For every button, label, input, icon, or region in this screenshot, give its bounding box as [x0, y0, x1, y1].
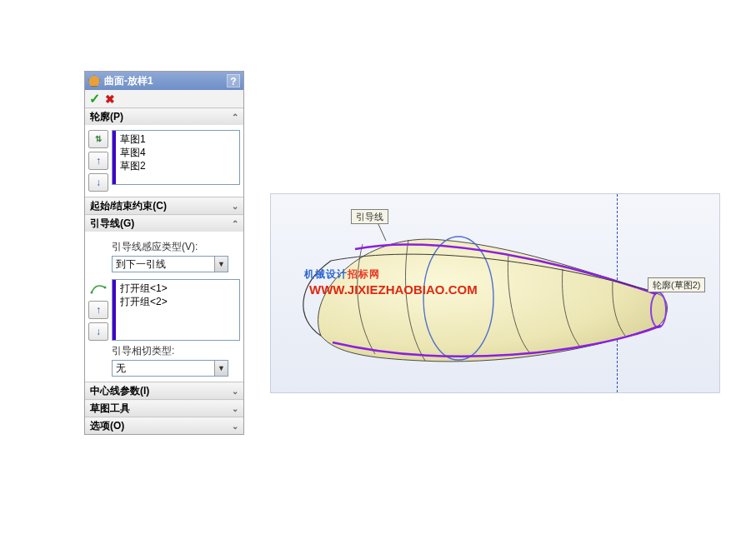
section-profiles: 轮廓(P) ⌃ ⇅ ↑ ↓ 草图1 草图4 草图2 — [85, 108, 243, 197]
chevron-down-icon: ⌄ — [232, 202, 238, 211]
section-title: 草图工具 — [90, 402, 130, 416]
section-title: 轮廓(P) — [90, 110, 123, 124]
sensing-type-label: 引导线感应类型(V): — [112, 240, 240, 254]
chevron-down-icon: ⌄ — [232, 422, 238, 431]
confirm-row: ✓ ✖ — [85, 90, 243, 108]
section-centerline: 中心线参数(I) ⌄ — [85, 382, 243, 400]
feature-icon — [88, 75, 100, 87]
callout-profile: 轮廓(草图2) — [648, 277, 705, 292]
svg-point-0 — [91, 292, 93, 294]
select-value: 无 — [116, 362, 126, 376]
section-guides: 引导线(G) ⌃ 引导线感应类型(V): 到下一引线 ▼ ↑ ↓ 打开组<1 — [85, 215, 243, 382]
chevron-up-icon: ⌃ — [232, 112, 238, 122]
tangent-type-select[interactable]: 无 ▼ — [112, 360, 228, 377]
sort-button[interactable]: ⇅ — [88, 130, 108, 148]
list-item[interactable]: 打开组<1> — [117, 282, 239, 295]
move-down-button[interactable]: ↓ — [88, 173, 108, 192]
cancel-button[interactable]: ✖ — [105, 92, 115, 106]
section-header-sketchtools[interactable]: 草图工具 ⌄ — [85, 400, 243, 417]
list-item[interactable]: 草图4 — [117, 146, 239, 159]
move-up-button[interactable]: ↑ — [88, 301, 108, 319]
section-header-guides[interactable]: 引导线(G) ⌃ — [85, 215, 243, 232]
ok-button[interactable]: ✓ — [89, 91, 100, 107]
section-title: 引导线(G) — [90, 217, 134, 231]
dropdown-icon: ▼ — [214, 361, 228, 376]
move-up-button[interactable]: ↑ — [88, 152, 108, 170]
select-value: 到下一引线 — [116, 257, 166, 272]
list-item[interactable]: 草图1 — [117, 132, 239, 146]
chevron-down-icon: ⌄ — [232, 404, 238, 413]
svg-line-4 — [378, 222, 386, 241]
list-item[interactable]: 打开组<2> — [117, 295, 239, 308]
3d-viewport[interactable]: 引导线 轮廓(草图2) 机械设计招标网 WWW.JIXIEZHAOBIAO.CO… — [270, 193, 720, 393]
chevron-up-icon: ⌃ — [232, 219, 238, 228]
watermark-url: WWW.JIXIEZHAOBIAO.COM — [309, 282, 478, 297]
selection-bar — [113, 131, 116, 184]
panel-title-text: 曲面-放样1 — [104, 74, 153, 88]
section-title: 起始/结束约束(C) — [90, 199, 167, 213]
property-panel: 曲面-放样1 ? ✓ ✖ 轮廓(P) ⌃ ⇅ ↑ ↓ 草图1 — [84, 71, 244, 435]
section-header-options[interactable]: 选项(O) ⌄ — [85, 417, 243, 434]
tangent-type-label: 引导相切类型: — [112, 344, 240, 358]
move-down-button[interactable]: ↓ — [88, 322, 108, 341]
dropdown-icon: ▼ — [214, 257, 228, 272]
list-item[interactable]: 草图2 — [117, 159, 239, 172]
section-sketchtools: 草图工具 ⌄ — [85, 400, 243, 417]
guide-curve-icon — [88, 279, 108, 297]
sensing-type-select[interactable]: 到下一引线 ▼ — [112, 256, 228, 272]
watermark-text: 机械设计招标网 — [304, 261, 380, 282]
section-header-profiles[interactable]: 轮廓(P) ⌃ — [85, 108, 243, 125]
section-header-constraints[interactable]: 起始/结束约束(C) ⌄ — [85, 197, 243, 214]
svg-point-1 — [104, 287, 107, 289]
section-options: 选项(O) ⌄ — [85, 417, 243, 434]
section-title: 中心线参数(I) — [90, 384, 149, 398]
callout-guide: 引导线 — [351, 209, 388, 224]
profiles-listbox[interactable]: 草图1 草图4 草图2 — [112, 130, 240, 185]
chevron-down-icon: ⌄ — [232, 387, 238, 396]
section-constraints: 起始/结束约束(C) ⌄ — [85, 197, 243, 215]
section-header-centerline[interactable]: 中心线参数(I) ⌄ — [85, 382, 243, 399]
section-title: 选项(O) — [90, 419, 124, 433]
selection-bar — [113, 280, 116, 340]
guides-listbox[interactable]: 打开组<1> 打开组<2> — [112, 279, 240, 341]
panel-titlebar: 曲面-放样1 ? — [85, 72, 243, 90]
help-button[interactable]: ? — [227, 74, 240, 87]
